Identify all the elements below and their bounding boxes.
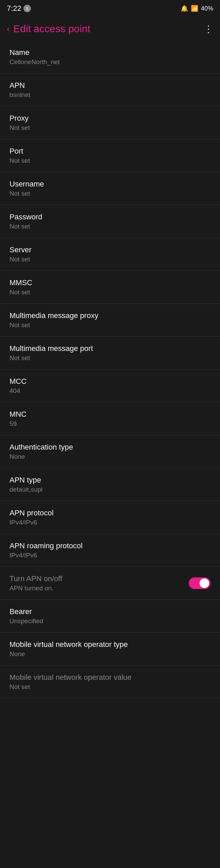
settings-item-value: Not set [10, 354, 210, 362]
settings-item[interactable]: Multimedia message portNot set [0, 337, 220, 370]
settings-item[interactable]: MCC404 [0, 370, 220, 402]
settings-item[interactable]: PasswordNot set [0, 205, 220, 238]
settings-item-value: bsnlnet [10, 91, 210, 99]
top-bar: ‹ Edit access point ⋮ [0, 17, 220, 41]
settings-item-label: Server [10, 245, 210, 254]
settings-item-label: MNC [10, 410, 210, 419]
settings-item-value: None [10, 650, 210, 658]
settings-item[interactable]: MMSCNot set [0, 271, 220, 304]
settings-item-value: Not set [10, 157, 210, 164]
settings-item[interactable]: ServerNot set [0, 238, 220, 271]
settings-item[interactable]: Mobile virtual network operator typeNone [0, 633, 220, 666]
status-bar: 7:22 S 🔔 📶 40% [0, 0, 220, 17]
settings-item-label: Authentication type [10, 443, 210, 452]
status-time: 7:22 [7, 4, 21, 13]
toggle-container [189, 577, 210, 589]
settings-item-value: 404 [10, 387, 210, 395]
settings-item-value: None [10, 453, 210, 460]
settings-item-label: Turn APN on/off [10, 574, 189, 583]
settings-item-value: IPv4/IPv6 [10, 552, 210, 559]
settings-item-label: Name [10, 48, 210, 57]
top-bar-left: ‹ Edit access point [7, 23, 90, 35]
settings-item-value: Not set [10, 190, 210, 197]
settings-item-label: Mobile virtual network operator value [10, 673, 210, 682]
more-options-button[interactable]: ⋮ [204, 23, 213, 35]
settings-item-label: Mobile virtual network operator type [10, 640, 210, 649]
status-left: 7:22 S [7, 4, 31, 13]
apn-toggle[interactable] [189, 577, 210, 589]
settings-item-value: IPv4/IPv6 [10, 519, 210, 526]
settings-item[interactable]: Turn APN on/offAPN turned on. [0, 567, 220, 600]
settings-item[interactable]: APN typedefault,supl [0, 468, 220, 501]
settings-item-value: Not set [10, 223, 210, 230]
settings-item-label: MMSC [10, 278, 210, 287]
battery-text: 40% [201, 5, 213, 12]
settings-item-label: Password [10, 213, 210, 221]
settings-item-label: Multimedia message proxy [10, 311, 210, 320]
settings-item[interactable]: APN roaming protocolIPv4/IPv6 [0, 534, 220, 567]
page-title: Edit access point [13, 23, 90, 35]
settings-item-value: APN turned on. [10, 585, 189, 592]
settings-item-value: Not set [10, 289, 210, 296]
settings-item-label: Multimedia message port [10, 344, 210, 353]
wifi-icon: 📶 [191, 5, 198, 12]
settings-item-label: APN type [10, 476, 210, 485]
settings-item-value: Not set [10, 256, 210, 263]
settings-item-label: Port [10, 147, 210, 156]
back-button[interactable]: ‹ [7, 23, 10, 34]
alarm-icon: 🔔 [181, 5, 188, 12]
settings-item-label: APN roaming protocol [10, 541, 210, 550]
settings-item-value: 59 [10, 420, 210, 428]
settings-item[interactable]: NameCelloneNorth_net [0, 41, 220, 74]
toggle-knob [200, 578, 209, 588]
settings-item-value: Unspecified [10, 617, 210, 625]
settings-item-value: Not set [10, 124, 210, 132]
settings-item-value: CelloneNorth_net [10, 58, 210, 66]
settings-item[interactable]: APNbsnlnet [0, 74, 220, 106]
settings-item-value: default,supl [10, 486, 210, 493]
settings-item-label: Username [10, 180, 210, 189]
status-right: 🔔 📶 40% [181, 5, 213, 12]
settings-item[interactable]: Multimedia message proxyNot set [0, 304, 220, 337]
settings-item-value: Not set [10, 683, 210, 691]
settings-item[interactable]: PortNot set [0, 139, 220, 172]
settings-item-label: Bearer [10, 607, 210, 616]
settings-item[interactable]: APN protocolIPv4/IPv6 [0, 501, 220, 534]
status-icon-s: S [23, 5, 31, 12]
settings-item[interactable]: MNC59 [0, 402, 220, 435]
settings-item[interactable]: UsernameNot set [0, 172, 220, 205]
settings-item-value: Not set [10, 321, 210, 329]
settings-item-label: APN [10, 81, 210, 90]
settings-list: NameCelloneNorth_netAPNbsnlnetProxyNot s… [0, 41, 220, 698]
settings-item[interactable]: Authentication typeNone [0, 435, 220, 468]
settings-item-label: APN protocol [10, 509, 210, 517]
settings-item[interactable]: ProxyNot set [0, 106, 220, 139]
settings-item[interactable]: Mobile virtual network operator valueNot… [0, 666, 220, 698]
settings-item-label: Proxy [10, 114, 210, 123]
settings-item-label: MCC [10, 377, 210, 386]
settings-item[interactable]: BearerUnspecified [0, 600, 220, 633]
